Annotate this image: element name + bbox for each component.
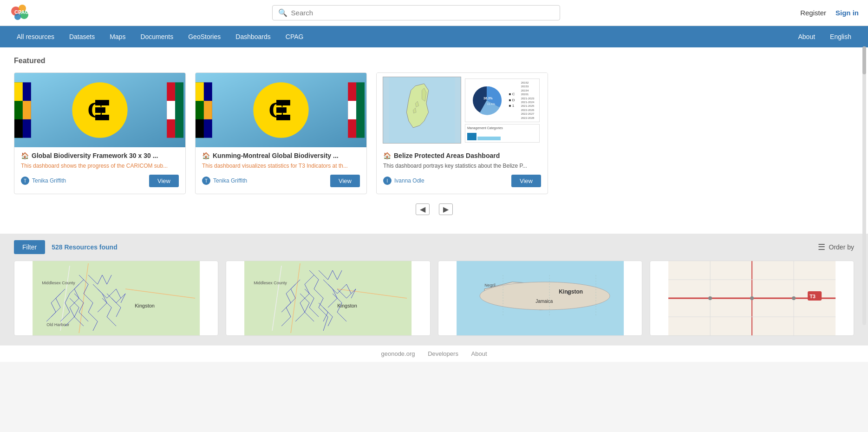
svg-text:36.3%: 36.3% — [483, 97, 493, 100]
svg-text:Middlesex County: Middlesex County — [42, 281, 75, 285]
search-input[interactable] — [291, 9, 554, 17]
header: CPAG 🔍 Register Sign in — [0, 0, 868, 26]
filter-section: Filter 528 Resources found ☰ Order by — [0, 234, 868, 261]
nav-cpag[interactable]: CPAG — [278, 26, 311, 47]
card-1-type-icon: 🏠 — [21, 152, 29, 159]
svg-text:Middlesex County: Middlesex County — [254, 281, 287, 285]
card-3-type-icon: 🏠 — [383, 152, 391, 159]
resource-map-4-svg: T3 — [650, 261, 854, 335]
resource-map-3-svg: Kingston Negril Jamaica — [438, 261, 642, 335]
svg-rect-22 — [196, 119, 204, 138]
filter-button[interactable]: Filter — [14, 240, 45, 254]
svg-rect-26 — [348, 101, 356, 119]
card-3-chart: 36.3% 11.4% ■ C ■ D ■ 1 20152 20153 — [463, 77, 542, 144]
card-3-bars — [467, 131, 537, 140]
card-3-footer: I Ivanna Odle View — [383, 175, 541, 187]
card-2-footer: T Tenika Griffith View — [202, 175, 360, 187]
card-3-map-svg — [383, 77, 461, 143]
resource-grid: Kingston Old Harbour Middlesex County — [14, 261, 854, 336]
card-1-author-name: Tenika Griffith — [32, 177, 66, 184]
resource-card-1: Kingston Old Harbour Middlesex County — [14, 261, 218, 336]
resource-map-2-svg: Middlesex County Kingston — [226, 261, 430, 335]
register-link[interactable]: Register — [800, 9, 826, 17]
footer-about-link[interactable]: About — [471, 350, 487, 357]
featured-cards: C 🏠 Global Biodiversity Framework 30 x 3… — [14, 72, 854, 194]
card-2-body: 🏠 Kunming-Montreal Global Biodiversity .… — [196, 147, 366, 194]
card-2-author-icon: T — [202, 177, 210, 185]
svg-rect-48 — [244, 261, 411, 335]
svg-rect-31 — [276, 107, 287, 113]
card-3-image: 36.3% 11.4% ■ C ■ D ■ 1 20152 20153 — [377, 73, 548, 147]
svg-text:Jamaica: Jamaica — [535, 299, 553, 304]
featured-card-3: 36.3% 11.4% ■ C ■ D ■ 1 20152 20153 — [376, 72, 548, 194]
resource-card-2: Middlesex County Kingston — [226, 261, 430, 336]
nav-right: About English — [790, 26, 859, 47]
main-content: Featured — [0, 47, 868, 234]
cpag-logo: CPAG — [9, 2, 32, 24]
order-by-label: Order by — [829, 243, 854, 251]
nav-datasets[interactable]: Datasets — [62, 26, 102, 47]
card-2-svg: C — [196, 73, 366, 147]
nav-english[interactable]: English — [822, 26, 859, 47]
carousel-prev-button[interactable]: ◀ — [416, 203, 430, 215]
svg-rect-12 — [167, 101, 175, 119]
footer-geonode-link[interactable]: geonode.org — [381, 350, 415, 357]
svg-text:Old Harbour: Old Harbour — [46, 322, 69, 327]
search-icon: 🔍 — [278, 8, 287, 17]
resource-card-3-thumb: Kingston Negril Jamaica — [438, 261, 642, 335]
resources-count: 528 Resources found — [52, 243, 117, 251]
card-3-thumbnail: 36.3% 11.4% ■ C ■ D ■ 1 20152 20153 — [377, 73, 548, 147]
nav-dashboards[interactable]: Dashboards — [228, 26, 278, 47]
card-1-author-icon: T — [21, 177, 29, 185]
order-by[interactable]: ☰ Order by — [818, 242, 854, 252]
svg-text:11.4%: 11.4% — [487, 103, 496, 105]
signin-link[interactable]: Sign in — [835, 9, 859, 17]
svg-point-75 — [792, 296, 796, 300]
card-2-view-button[interactable]: View — [330, 175, 360, 187]
search-box[interactable]: 🔍 — [272, 5, 560, 20]
card-3-author-name: Ivanna Odle — [394, 177, 424, 184]
svg-point-73 — [708, 296, 712, 300]
footer: geonode.org Developers About — [0, 345, 868, 362]
card-1-image: C — [14, 73, 185, 147]
card-1-view-button[interactable]: View — [149, 175, 179, 187]
nav-about[interactable]: About — [790, 26, 822, 47]
scrollbar-thumb[interactable] — [862, 46, 866, 74]
card-2-author-name: Tenika Griffith — [213, 177, 247, 184]
footer-developers-link[interactable]: Developers — [428, 350, 458, 357]
svg-text:Kingston: Kingston — [337, 303, 357, 308]
carousel-next-button[interactable]: ▶ — [439, 203, 453, 215]
bar-1 — [467, 133, 476, 140]
card-3-pie: 36.3% 11.4% ■ C ■ D ■ 1 20152 20153 — [465, 79, 540, 122]
resources-count-number: 528 — [52, 243, 62, 251]
card-3-view-button[interactable]: View — [511, 175, 541, 187]
svg-rect-18 — [95, 115, 109, 120]
resources-count-label: Resources found — [64, 243, 117, 251]
card-2-title: Kunming-Montreal Global Biodiversity ... — [213, 152, 339, 159]
card-3-data-list: 20152 20153 20154 20201 2021-2023 2021-2… — [521, 81, 535, 120]
resource-card-2-thumb: Middlesex County Kingston — [226, 261, 430, 335]
svg-point-60 — [567, 291, 569, 294]
svg-text:Kingston: Kingston — [135, 303, 155, 308]
logo-area[interactable]: CPAG — [9, 2, 32, 24]
nav-documents[interactable]: Documents — [133, 26, 181, 47]
card-3-title: Belize Protected Areas Dashboard — [394, 152, 500, 159]
card-3-legend: ■ C ■ D ■ 1 — [509, 92, 515, 109]
resource-card-4-thumb: T3 — [650, 261, 854, 335]
card-2-image: C — [196, 73, 366, 147]
resource-map-1-svg: Kingston Old Harbour Middlesex County — [14, 261, 218, 335]
card-1-title: Global Biodiversity Framework 30 x 30 ..… — [32, 152, 158, 159]
svg-text:CPAG: CPAG — [14, 9, 29, 15]
card-1-footer: T Tenika Griffith View — [21, 175, 179, 187]
featured-card-2: C 🏠 Kunming-Montreal Global Biodiversity… — [195, 72, 367, 194]
scrollbar[interactable] — [862, 46, 866, 325]
nav-geostories[interactable]: GeoStories — [181, 26, 228, 47]
svg-rect-32 — [276, 115, 290, 120]
card-3-type-row: 🏠 Belize Protected Areas Dashboard — [383, 152, 541, 159]
svg-rect-30 — [276, 100, 290, 105]
card-2-type-icon: 🏠 — [202, 152, 210, 159]
card-3-author-icon: I — [383, 177, 392, 185]
nav-all-resources[interactable]: All resources — [9, 26, 62, 47]
nav-bar: All resources Datasets Maps Documents Ge… — [0, 26, 868, 47]
nav-maps[interactable]: Maps — [102, 26, 133, 47]
